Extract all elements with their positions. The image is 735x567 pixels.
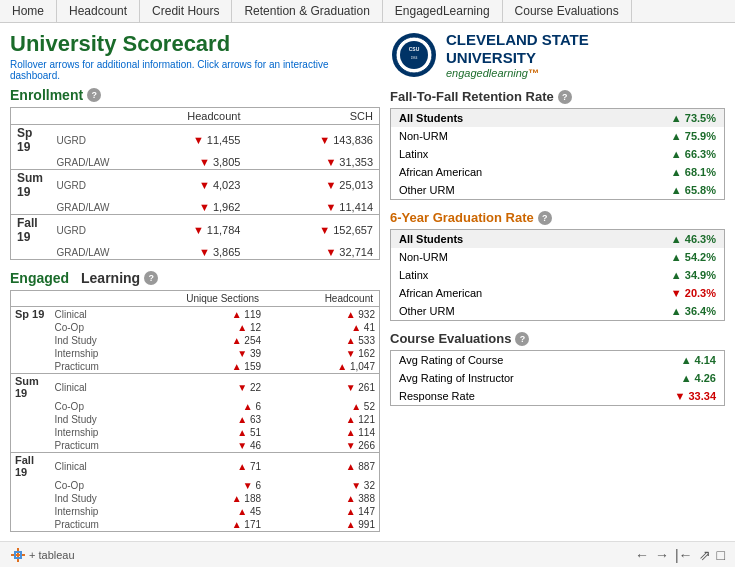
right-column: CSU 1964 CLEVELAND STATE UNIVERSITY enga…: [390, 31, 725, 542]
tableau-logo: + tableau: [10, 547, 75, 563]
nav-fullscreen-icon[interactable]: □: [717, 547, 725, 563]
graduation-card: All Students ▲ 46.3% Non-URM ▲ 54.2% Lat…: [390, 229, 725, 321]
engaged-title: Engaged Learning ?: [10, 270, 380, 286]
csu-name-line2: UNIVERSITY: [446, 49, 589, 67]
svg-text:CSU: CSU: [409, 46, 420, 52]
page-header: University Scorecard Rollover arrows for…: [10, 31, 380, 81]
tab-evaluations[interactable]: Course Evaluations: [503, 0, 632, 22]
enrollment-col-headcount: Headcount: [115, 108, 246, 125]
tab-home[interactable]: Home: [0, 0, 57, 22]
enrollment-table: Headcount SCH Sp 19 UGRD ▼ 11,455 ▼ 143,…: [10, 107, 380, 260]
svg-rect-6: [11, 554, 25, 556]
engaged-help-icon[interactable]: ?: [144, 271, 158, 285]
retention-title: Fall-To-Fall Retention Rate ?: [390, 89, 725, 104]
nav-prev-arrow[interactable]: ←: [635, 547, 649, 563]
csu-engaged: engagedlearning™: [446, 67, 589, 79]
engaged-col-sections: Unique Sections: [106, 291, 266, 307]
nav-first-arrow[interactable]: |←: [675, 547, 693, 563]
tableau-text: + tableau: [29, 549, 75, 561]
title-block: University Scorecard Rollover arrows for…: [10, 31, 380, 81]
retention-table: All Students ▲ 73.5% Non-URM ▲ 75.9% Lat…: [391, 109, 724, 199]
enrollment-help-icon[interactable]: ?: [87, 88, 101, 102]
evaluations-table: Avg Rating of Course ▲ 4.14 Avg Rating o…: [391, 351, 724, 405]
evaluations-title: Course Evaluations ?: [390, 331, 725, 346]
retention-help-icon[interactable]: ?: [558, 90, 572, 104]
tab-retention[interactable]: Retention & Graduation: [232, 0, 382, 22]
tableau-icon: [10, 547, 26, 563]
svg-rect-10: [14, 557, 22, 559]
page-title: University Scorecard: [10, 31, 380, 57]
footer: + tableau ← → |← ⇗ □: [0, 541, 735, 567]
subtitle: Rollover arrows for additional informati…: [10, 59, 380, 81]
csu-text-block: CLEVELAND STATE UNIVERSITY engagedlearni…: [446, 31, 589, 79]
tab-credit-hours[interactable]: Credit Hours: [140, 0, 232, 22]
retention-card: All Students ▲ 73.5% Non-URM ▲ 75.9% Lat…: [390, 108, 725, 200]
graduation-title: 6-Year Graduation Rate ?: [390, 210, 725, 225]
tab-headcount[interactable]: Headcount: [57, 0, 140, 22]
csu-name-line1: CLEVELAND STATE: [446, 31, 589, 49]
enrollment-col-sch: SCH: [246, 108, 379, 125]
nav-share-icon[interactable]: ⇗: [699, 547, 711, 563]
nav-next-arrow[interactable]: →: [655, 547, 669, 563]
svg-rect-9: [14, 551, 22, 553]
enrollment-title: Enrollment ?: [10, 87, 380, 103]
graduation-help-icon[interactable]: ?: [538, 211, 552, 225]
evaluations-help-icon[interactable]: ?: [515, 332, 529, 346]
engaged-col-headcount: Headcount: [265, 291, 379, 307]
tab-engaged[interactable]: EngagedLearning: [383, 0, 503, 22]
svg-text:1964: 1964: [411, 56, 418, 60]
graduation-table: All Students ▲ 46.3% Non-URM ▲ 54.2% Lat…: [391, 230, 724, 320]
left-column: University Scorecard Rollover arrows for…: [10, 31, 380, 542]
engaged-table: Unique Sections Headcount Sp 19 Clinical…: [10, 290, 380, 532]
tab-bar: Home Headcount Credit Hours Retention & …: [0, 0, 735, 23]
csu-seal-icon: CSU 1964: [390, 31, 438, 79]
evaluations-card: Avg Rating of Course ▲ 4.14 Avg Rating o…: [390, 350, 725, 406]
nav-arrows: ← → |← ⇗ □: [635, 547, 725, 563]
university-logo: CSU 1964 CLEVELAND STATE UNIVERSITY enga…: [390, 31, 725, 79]
main-content: University Scorecard Rollover arrows for…: [0, 23, 735, 550]
